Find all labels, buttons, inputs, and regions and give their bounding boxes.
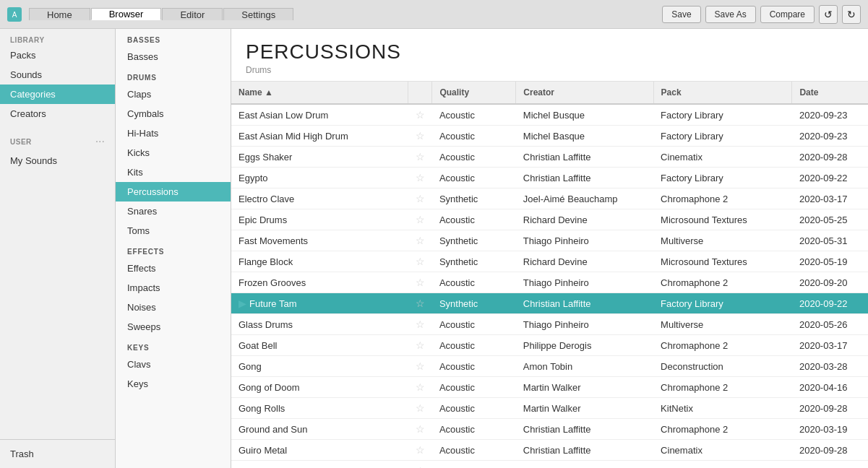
table-row[interactable]: Fast Movements☆SyntheticThiago PinheiroM… [231, 230, 868, 251]
cat-item-snares[interactable]: Snares [116, 202, 231, 221]
cell-star[interactable]: ☆ [408, 230, 432, 251]
table-row[interactable]: Epic Drums☆AcousticRichard DevineMicroso… [231, 209, 868, 230]
save-as-button[interactable]: Save As [705, 6, 756, 23]
table-row[interactable]: Electro Clave☆SyntheticJoel-Aimé Beaucha… [231, 188, 868, 209]
cell-star[interactable]: ☆ [408, 293, 432, 314]
cat-item-claps[interactable]: Claps [116, 84, 231, 104]
star-icon[interactable]: ☆ [416, 318, 425, 330]
cell-star[interactable]: ☆ [408, 398, 432, 419]
tab-editor[interactable]: Editor [162, 8, 223, 20]
cell-pack: KitNetix [653, 398, 792, 419]
cell-star[interactable]: ☆ [408, 251, 432, 272]
star-icon[interactable]: ☆ [416, 256, 425, 267]
compare-button[interactable]: Compare [760, 6, 815, 23]
cat-item-cymbals[interactable]: Cymbals [116, 104, 231, 124]
table-row[interactable]: Glass Drums☆AcousticThiago PinheiroMulti… [231, 314, 868, 335]
tab-home[interactable]: Home [29, 8, 90, 20]
tab-settings[interactable]: Settings [223, 8, 293, 20]
col-quality[interactable]: Quality [432, 82, 516, 104]
star-icon[interactable]: ☆ [416, 465, 425, 468]
cell-star[interactable]: ☆ [408, 314, 432, 335]
table-row[interactable]: Egypto☆AcousticChristian LaffitteFactory… [231, 168, 868, 188]
col-name[interactable]: Name ▲ [231, 82, 408, 104]
star-icon[interactable]: ☆ [416, 172, 425, 183]
cell-name: Guiro Metal [231, 440, 408, 461]
table-row[interactable]: Guiro Metal☆AcousticChristian LaffitteCi… [231, 440, 868, 461]
col-creator[interactable]: Creator [516, 82, 653, 104]
table-row[interactable]: Ground and Sun☆AcousticChristian Laffitt… [231, 419, 868, 440]
cat-item-clavs[interactable]: Clavs [116, 355, 231, 374]
cell-date: 2020-09-22 [792, 168, 868, 188]
user-more-button[interactable]: ··· [95, 135, 105, 148]
cat-item-hi-hats[interactable]: Hi-Hats [116, 124, 231, 143]
star-icon[interactable]: ☆ [416, 360, 425, 372]
sidebar-item-creators[interactable]: Creators [0, 104, 115, 124]
table-row[interactable]: Frozen Grooves☆AcousticThiago PinheiroCh… [231, 272, 868, 293]
table-row[interactable]: Guiro Perc☆AcousticChristian LaffitteCin… [231, 461, 868, 469]
cat-item-toms[interactable]: Toms [116, 221, 231, 240]
table-row[interactable]: ▶Future Tam☆SyntheticChristian LaffitteF… [231, 293, 868, 314]
cell-star[interactable]: ☆ [408, 168, 432, 188]
star-icon[interactable]: ☆ [416, 214, 425, 225]
table-row[interactable]: East Asian Mid High Drum☆AcousticMichel … [231, 126, 868, 147]
star-icon[interactable]: ☆ [416, 235, 425, 246]
cell-star[interactable]: ☆ [408, 126, 432, 147]
cell-star[interactable]: ☆ [408, 104, 432, 126]
cat-item-basses[interactable]: Basses [116, 47, 231, 66]
cell-star[interactable]: ☆ [408, 440, 432, 461]
cell-star[interactable]: ☆ [408, 356, 432, 377]
cell-date: 2020-05-26 [792, 314, 868, 335]
cell-star[interactable]: ☆ [408, 209, 432, 230]
table-row[interactable]: Gong☆AcousticAmon TobinDeconstruction202… [231, 356, 868, 377]
star-icon[interactable]: ☆ [416, 444, 425, 456]
col-pack[interactable]: Pack [653, 82, 792, 104]
cat-item-kicks[interactable]: Kicks [116, 143, 231, 162]
sidebar-item-trash[interactable]: Trash [0, 444, 115, 464]
save-button[interactable]: Save [662, 6, 700, 23]
sidebar-item-packs[interactable]: Packs [0, 46, 115, 65]
cat-item-percussions[interactable]: Percussions [116, 182, 231, 202]
star-icon[interactable]: ☆ [416, 109, 425, 121]
cat-item-keys[interactable]: Keys [116, 374, 231, 394]
sidebar-item-sounds[interactable]: Sounds [0, 65, 115, 84]
sidebar-item-categories[interactable]: Categories [0, 84, 115, 104]
cell-star[interactable]: ☆ [408, 377, 432, 398]
table-row[interactable]: Flange Block☆SyntheticRichard DevineMicr… [231, 251, 868, 272]
cat-item-effects[interactable]: Effects [116, 259, 231, 278]
cell-creator: Christian Laffitte [516, 440, 653, 461]
table-row[interactable]: East Asian Low Drum☆AcousticMichel Busqu… [231, 104, 868, 126]
star-icon[interactable]: ☆ [416, 298, 425, 309]
table-row[interactable]: Gong Rolls☆AcousticMartin WalkerKitNetix… [231, 398, 868, 419]
cell-star[interactable]: ☆ [408, 188, 432, 209]
star-icon[interactable]: ☆ [416, 130, 425, 142]
sidebar-item-my-sounds[interactable]: My Sounds [0, 151, 115, 170]
table-row[interactable]: Gong of Doom☆AcousticMartin WalkerChroma… [231, 377, 868, 398]
star-icon[interactable]: ☆ [416, 277, 425, 288]
tab-browser[interactable]: Browser [91, 8, 162, 20]
cell-star[interactable]: ☆ [408, 272, 432, 293]
cell-quality: Acoustic [432, 461, 516, 469]
cat-section-title: DRUMS [116, 66, 231, 84]
star-icon[interactable]: ☆ [416, 423, 425, 435]
cell-creator: Martin Walker [516, 377, 653, 398]
cell-star[interactable]: ☆ [408, 335, 432, 356]
history-button[interactable]: ↺ [819, 5, 838, 24]
table-row[interactable]: Eggs Shaker☆AcousticChristian LaffitteCi… [231, 147, 868, 168]
cell-star[interactable]: ☆ [408, 461, 432, 469]
star-icon[interactable]: ☆ [416, 151, 425, 162]
cell-star[interactable]: ☆ [408, 419, 432, 440]
table-row[interactable]: Goat Bell☆AcousticPhilippe DerogisChroma… [231, 335, 868, 356]
star-icon[interactable]: ☆ [416, 193, 425, 204]
star-icon[interactable]: ☆ [416, 402, 425, 414]
cat-item-sweeps[interactable]: Sweeps [116, 317, 231, 337]
cell-creator: Thiago Pinheiro [516, 272, 653, 293]
cell-name: Gong Rolls [231, 398, 408, 419]
col-date[interactable]: Date [792, 82, 868, 104]
refresh-button[interactable]: ↻ [842, 5, 861, 24]
cell-star[interactable]: ☆ [408, 147, 432, 168]
cat-item-noises[interactable]: Noises [116, 298, 231, 317]
star-icon[interactable]: ☆ [416, 381, 425, 393]
star-icon[interactable]: ☆ [416, 339, 425, 351]
cat-item-kits[interactable]: Kits [116, 162, 231, 182]
cat-item-impacts[interactable]: Impacts [116, 278, 231, 298]
